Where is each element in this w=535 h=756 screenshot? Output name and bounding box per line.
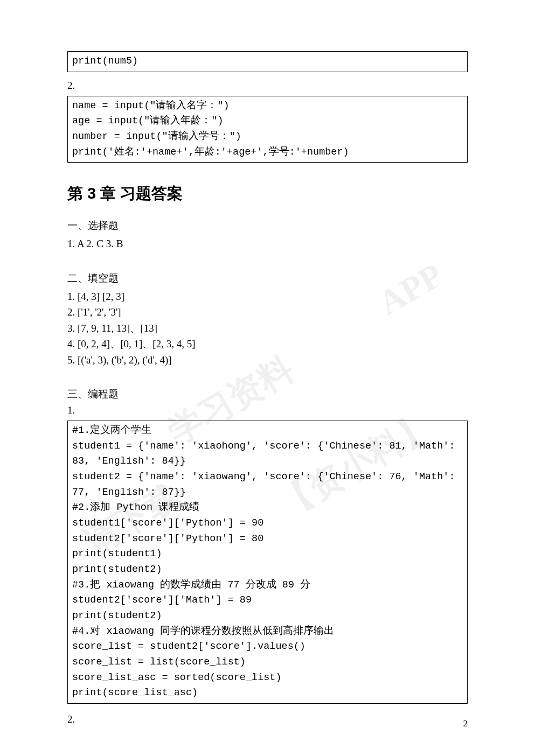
section-fill-blank: 二、填空题 <box>67 271 468 285</box>
mc-answers: 1. A 2. C 3. B <box>67 236 468 251</box>
code-box-student-dict: #1.定义两个学生 student1 = {'name': 'xiaohong'… <box>67 421 468 704</box>
fill-answer-3: 3. [7, 9, 11, 13]、[13] <box>67 320 468 336</box>
fill-answer-4: 4. [0, 2, 4]、[0, 1]、[2, 3, 4, 5] <box>67 336 468 352</box>
document-page: print(num5) 2. name = input("请输入名字：") ag… <box>0 0 535 756</box>
chapter-3-title: 第 3 章 习题答案 <box>67 183 468 205</box>
section-programming: 三、编程题 <box>67 387 468 401</box>
fill-answer-5: 5. [('a', 3), ('b', 2), ('d', 4)] <box>67 352 468 368</box>
code-box-prev: print(num5) <box>67 51 468 72</box>
fill-answer-1: 1. [4, 3] [2, 3] <box>67 289 468 304</box>
page-number: 2 <box>463 718 468 729</box>
prog-item-1: 1. <box>67 404 468 416</box>
section-multiple-choice: 一、选择题 <box>67 219 468 233</box>
code-box-input-demo: name = input("请输入名字：") age = input("请输入年… <box>67 96 468 163</box>
prog-item-2: 2. <box>67 713 468 725</box>
fill-answer-2: 2. ['1', '2', '3'] <box>67 304 468 320</box>
item-number-2: 2. <box>67 80 468 92</box>
